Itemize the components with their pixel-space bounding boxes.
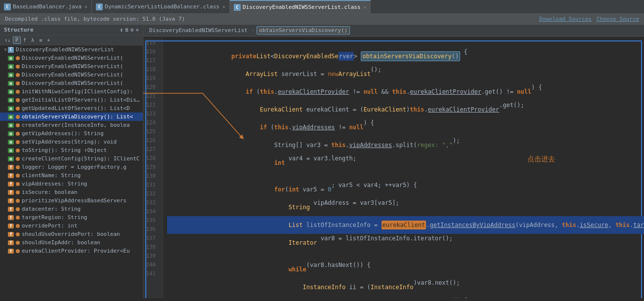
sidebar-item-prioritize[interactable]: f prioritizeVipAddressBasedServers <box>0 196 143 205</box>
item-text-shoulduseip: shouldUseIpAddr: boolean <box>22 239 100 246</box>
code-line-125: String vipAddress = var3[var5]; <box>167 198 644 216</box>
item-text-2: DiscoveryEnabledNIWSServerList( <box>22 72 123 78</box>
badge-f-datacenter: f <box>8 207 14 212</box>
sort-btn-1[interactable]: ↑↓ <box>2 37 13 44</box>
code-line-130: InstanceInfo ii = (InstanceInfo)var8.nex… <box>167 278 644 296</box>
tab-close-discovery[interactable]: ✕ <box>363 4 366 10</box>
sidebar-header-icons: ↕ ≡ ⚙ ✕ <box>120 27 139 33</box>
badge-f-shouldoverride: f <box>8 232 14 237</box>
ln-130: 130 <box>143 172 159 181</box>
sort-btn-5[interactable]: ≡ <box>37 37 44 44</box>
badge-f-issecure: f <box>8 190 14 195</box>
circle-targetregion <box>16 216 20 220</box>
badge-m-init: m <box>8 89 14 94</box>
sidebar-item-shouldoverride[interactable]: f shouldUseOverridePort: boolean <box>0 230 143 238</box>
tab-base-load-balancer[interactable]: C BaseLoadBalancer.java ✕ <box>0 0 92 13</box>
breadcrumb-bar: DiscoveryEnabledNIWSServerList › obtainS… <box>143 25 644 37</box>
sidebar-item-eurekaclient[interactable]: f eurekaClientProvider: Provider<Eu <box>0 247 143 255</box>
sort-btn-3[interactable]: f <box>21 37 29 44</box>
sidebar-item-shoulduseip[interactable]: f shouldUseIpAddr: boolean <box>0 238 143 247</box>
sidebar-item-3[interactable]: m DiscoveryEnabledNIWSServerList( <box>0 79 143 87</box>
sidebar-item-datacenter[interactable]: f datacenter: String <box>0 205 143 213</box>
badge-f-eurekaclient: f <box>8 249 14 254</box>
code-lines: private List<DiscoveryEnabledServer> obt… <box>163 38 644 298</box>
sidebar-item-logger[interactable]: f logger: Logger = LoggerFactory.g <box>0 163 143 171</box>
ln-119: 119 <box>143 74 159 83</box>
sidebar-item-targetregion[interactable]: f targetRegion: String <box>0 213 143 222</box>
code-editor[interactable]: 115 116 117 118 119 120 121 122 123 124 … <box>143 37 644 298</box>
item-text-prioritize: prioritizeVipAddressBasedServers <box>22 197 127 204</box>
circle-3 <box>16 81 20 85</box>
breadcrumb-method[interactable]: obtainServersViaDiscovery() <box>257 26 350 35</box>
code-line-131: if(ii.getStatus().equals(InstanceStatus.… <box>167 296 644 298</box>
code-line-118: if (this.eurekaClientProvider != null &&… <box>167 83 644 101</box>
ln-129: 129 <box>143 163 159 172</box>
settings-icon[interactable]: ⚙ <box>130 27 134 33</box>
badge-m-0: m <box>8 56 14 61</box>
circle-vip <box>16 182 20 186</box>
sort-alpha-icon[interactable]: ↕ <box>120 27 124 33</box>
tab-dynamic-server[interactable]: C DynamicServerListLoadBalancer.class ✕ <box>92 0 230 13</box>
choose-source-link[interactable]: Choose Source <box>597 16 639 22</box>
sort-bar: ↑↓ P f λ ≡ + <box>0 36 143 45</box>
sidebar-item-issecure[interactable]: f isSecure: boolean <box>0 188 143 196</box>
class-icon: C <box>8 47 14 53</box>
download-sources-link[interactable]: Download Sources <box>539 16 592 22</box>
sidebar-item-initwith[interactable]: m initWithNiwsConfig(IClientConfig): <box>0 87 143 96</box>
sidebar-item-overrideport[interactable]: f overridePort: int <box>0 222 143 230</box>
close-sidebar-icon[interactable]: ✕ <box>135 27 139 33</box>
sidebar-item-setvip[interactable]: m setVipAddresses(String): void <box>0 138 143 146</box>
sort-btn-2[interactable]: P <box>13 37 21 44</box>
tab-discovery-enabled[interactable]: C DiscoveryEnabledNIWSServerList.class ✕ <box>230 0 371 13</box>
badge-m-obtain: m <box>8 114 14 119</box>
sidebar-item-getupdated[interactable]: m getUpdatedListOfServers(): List<D <box>0 104 143 113</box>
sidebar-item-createserver[interactable]: m createServer(InstanceInfo, boolea <box>0 121 143 129</box>
sort-btn-6[interactable]: + <box>44 37 52 44</box>
breadcrumb-sep: › <box>252 27 255 34</box>
sidebar-item-createclient[interactable]: m createClientConfig(String): IClientC <box>0 154 143 163</box>
sidebar-item-getinitial[interactable]: m getInitialListOfServers(): List<Disco <box>0 96 143 104</box>
tab-close-dynamic[interactable]: ✕ <box>222 4 225 9</box>
ln-138: 138 <box>143 243 159 252</box>
code-content: 115 116 117 118 119 120 121 122 123 124 … <box>143 37 644 298</box>
sort-btn-4[interactable]: λ <box>29 37 37 44</box>
sidebar-item-1[interactable]: m DiscoveryEnabledNIWSServerList( <box>0 62 143 71</box>
ln-141: 141 <box>143 269 159 278</box>
item-text-issecure: isSecure: boolean <box>22 189 78 195</box>
item-text-3: DiscoveryEnabledNIWSServerList( <box>22 80 123 86</box>
tab-label-base: BaseLoadBalancer.java <box>13 3 82 10</box>
expand-icon[interactable]: ≡ <box>125 27 129 33</box>
sidebar-item-vipaddresses[interactable]: f vipAddresses: String <box>0 180 143 188</box>
circle-eurekaclient <box>16 249 20 253</box>
sidebar-item-obtainservers[interactable]: m obtainServersViaDiscovery(): List< <box>0 113 143 121</box>
badge-f-targetregion: f <box>8 215 14 220</box>
code-line-127: Iterator var8 = listOfInstanceInfo.itera… <box>167 234 644 252</box>
ln-115: 115 <box>143 38 159 47</box>
code-area: DiscoveryEnabledNIWSServerList › obtainS… <box>143 25 644 298</box>
item-text-1: DiscoveryEnabledNIWSServerList( <box>22 63 123 70</box>
item-text-init: initWithNiwsConfig(IClientConfig): <box>22 88 133 95</box>
item-text-overrideport: overridePort: int <box>22 223 78 229</box>
fold-arrow: ▼ <box>4 47 7 52</box>
sidebar-item-getvip[interactable]: m getVipAddresses(): String <box>0 129 143 138</box>
badge-f-overrideport: f <box>8 224 14 228</box>
sidebar-item-tostring[interactable]: m toString(): String ↑Object <box>0 146 143 154</box>
sidebar-item-2[interactable]: m DiscoveryEnabledNIWSServerList( <box>0 71 143 79</box>
ln-136: 136 <box>143 225 159 234</box>
tab-close-base[interactable]: ✕ <box>85 4 87 9</box>
circle-issecure <box>16 190 20 194</box>
code-line-117: ArrayList serverList = new ArrayList(); <box>167 65 644 83</box>
tree-item-class-root[interactable]: ▼ C DiscoveryEnabledNIWSServerList <box>0 45 143 54</box>
circle-getupdated <box>16 107 20 111</box>
sidebar-item-clientname[interactable]: f clientName: String <box>0 171 143 180</box>
circle-clientname <box>16 174 20 178</box>
ln-121: 121 <box>143 92 159 101</box>
sidebar-content[interactable]: ▼ C DiscoveryEnabledNIWSServerList m Dis… <box>0 45 143 298</box>
ln-125: 125 <box>143 127 159 136</box>
circle-2 <box>16 73 20 77</box>
tab-label-discovery: DiscoveryEnabledNIWSServerList.class <box>243 4 360 10</box>
breadcrumb-class[interactable]: DiscoveryEnabledNIWSServerList <box>147 27 250 34</box>
sidebar-item-0[interactable]: m DiscoveryEnabledNIWSServerList( <box>0 54 143 62</box>
circle-setvip <box>16 140 20 144</box>
circle-tostring <box>16 149 20 152</box>
